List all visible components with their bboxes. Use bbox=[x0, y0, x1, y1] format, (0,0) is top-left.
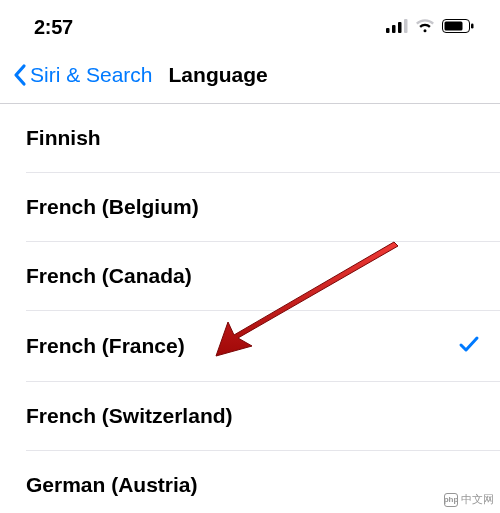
page-title: Language bbox=[169, 63, 268, 87]
language-label: German (Austria) bbox=[26, 473, 198, 497]
svg-rect-2 bbox=[398, 22, 402, 33]
svg-rect-6 bbox=[471, 23, 474, 28]
battery-icon bbox=[442, 19, 474, 37]
phone-frame: 2:57 Siri & Search Language Finnish F bbox=[0, 0, 500, 513]
language-option-french-france[interactable]: French (France) bbox=[26, 311, 500, 382]
language-label: French (Belgium) bbox=[26, 195, 199, 219]
language-option-german-austria[interactable]: German (Austria) bbox=[26, 451, 500, 513]
watermark-logo: php bbox=[444, 493, 458, 507]
chevron-left-icon bbox=[12, 63, 28, 87]
language-option-finnish[interactable]: Finnish bbox=[26, 104, 500, 173]
language-label: French (Switzerland) bbox=[26, 404, 233, 428]
language-label: Finnish bbox=[26, 126, 101, 150]
status-time: 2:57 bbox=[34, 16, 73, 39]
language-option-french-belgium[interactable]: French (Belgium) bbox=[26, 173, 500, 242]
language-label: French (Canada) bbox=[26, 264, 192, 288]
svg-rect-5 bbox=[445, 21, 463, 30]
status-indicators bbox=[386, 19, 474, 37]
status-bar: 2:57 bbox=[0, 8, 500, 53]
language-label: French (France) bbox=[26, 334, 185, 358]
checkmark-icon bbox=[458, 333, 480, 359]
navigation-bar: Siri & Search Language bbox=[0, 53, 500, 104]
language-list: Finnish French (Belgium) French (Canada)… bbox=[0, 104, 500, 513]
wifi-icon bbox=[415, 19, 435, 37]
back-label: Siri & Search bbox=[30, 63, 153, 87]
language-option-french-switzerland[interactable]: French (Switzerland) bbox=[26, 382, 500, 451]
svg-rect-1 bbox=[392, 25, 396, 33]
svg-rect-3 bbox=[404, 19, 408, 33]
svg-rect-0 bbox=[386, 28, 390, 33]
watermark: php 中文网 bbox=[444, 492, 494, 507]
language-option-french-canada[interactable]: French (Canada) bbox=[26, 242, 500, 311]
watermark-text: 中文网 bbox=[461, 492, 494, 507]
cellular-signal-icon bbox=[386, 19, 408, 37]
back-button[interactable]: Siri & Search bbox=[12, 63, 153, 87]
